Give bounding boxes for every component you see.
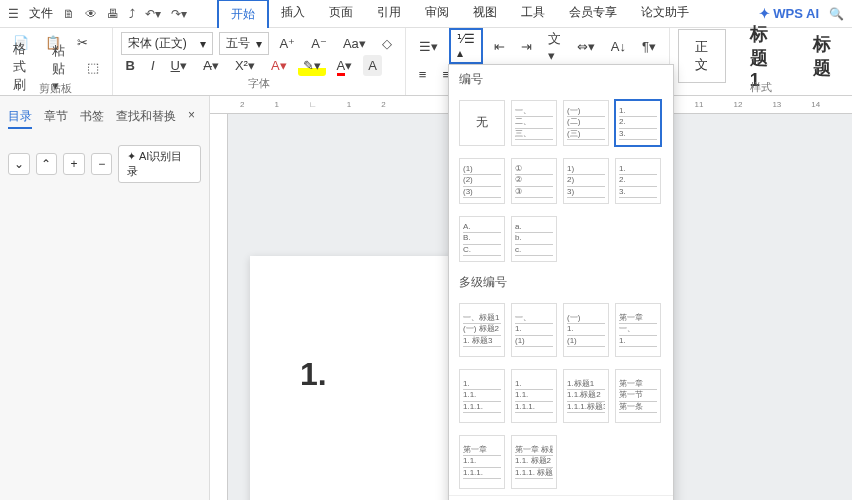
numbering-none[interactable]: 无 bbox=[459, 100, 505, 146]
numbering-decimal[interactable]: 1.2.3. bbox=[615, 100, 661, 146]
italic-button[interactable]: I bbox=[146, 55, 160, 76]
superscript-button[interactable]: X²▾ bbox=[230, 55, 260, 76]
style-heading[interactable]: 标题 bbox=[801, 24, 844, 88]
print-icon[interactable]: 🖶 bbox=[107, 7, 119, 21]
increase-font-icon[interactable]: A⁺ bbox=[275, 33, 301, 54]
bullet-list-button[interactable]: ☰▾ bbox=[414, 36, 443, 57]
change-level-menu[interactable]: ⇄ 更改编号级别(E) › bbox=[449, 496, 673, 500]
multilevel-7[interactable]: 1.标题11.1.标题21.1.1.标题3 bbox=[563, 369, 609, 423]
sidebar-close-icon[interactable]: × bbox=[188, 108, 195, 129]
sidebar-tab-find[interactable]: 查找和替换 bbox=[116, 108, 176, 129]
clipboard-group: 📄 📋 ✂ 格式刷 粘贴▾ ⬚ 剪贴板 bbox=[0, 28, 113, 95]
save-icon[interactable]: 🗎 bbox=[63, 7, 75, 21]
multilevel-1[interactable]: 一、标题1(一) 标题21. 标题3 bbox=[459, 303, 505, 357]
style-group: 正文 标题 1 标题 样式 bbox=[670, 28, 852, 95]
sidebar-tab-bookmark[interactable]: 书签 bbox=[80, 108, 104, 129]
ribbon: 📄 📋 ✂ 格式刷 粘贴▾ ⬚ 剪贴板 宋体 (正文)▾ 五号▾ A⁺ A⁻ A… bbox=[0, 28, 852, 96]
numbering-paren[interactable]: (1)(2)(3) bbox=[459, 158, 505, 204]
vertical-ruler[interactable] bbox=[210, 114, 228, 500]
tab-reference[interactable]: 引用 bbox=[365, 0, 413, 28]
char-shading-button[interactable]: A bbox=[363, 55, 382, 76]
numbering-decimal-wide[interactable]: 1.2.3. bbox=[615, 158, 661, 204]
tab-tools[interactable]: 工具 bbox=[509, 0, 557, 28]
bold-button[interactable]: B bbox=[121, 55, 140, 76]
show-marks-button[interactable]: ¶▾ bbox=[637, 36, 661, 57]
font-name-select[interactable]: 宋体 (正文)▾ bbox=[121, 32, 213, 55]
remove-button[interactable]: − bbox=[91, 153, 113, 175]
ai-toc-button[interactable]: ✦ AI识别目录 bbox=[118, 145, 201, 183]
numbering-lower-alpha[interactable]: a.b.c. bbox=[511, 216, 557, 262]
workspace: 目录 章节 书签 查找和替换 × ⌄ ⌃ + − ✦ AI识别目录 21∟12 … bbox=[0, 96, 852, 500]
clear-format-icon[interactable]: ◇ bbox=[377, 33, 397, 54]
style-body[interactable]: 正文 bbox=[678, 29, 726, 83]
underline-button[interactable]: U▾ bbox=[166, 55, 192, 76]
align-distribute-button[interactable]: ⇔▾ bbox=[572, 36, 600, 57]
tab-start[interactable]: 开始 bbox=[217, 0, 269, 28]
redo-icon[interactable]: ↷▾ bbox=[171, 7, 187, 21]
multilevel-5[interactable]: 1.1.1.1.1.1. bbox=[459, 369, 505, 423]
multilevel-8[interactable]: 第一章第一节第一条 bbox=[615, 369, 661, 423]
sort-button[interactable]: A↓ bbox=[606, 36, 631, 57]
change-case-icon[interactable]: Aa▾ bbox=[338, 33, 371, 54]
multilevel-4[interactable]: 第一章一、1. bbox=[615, 303, 661, 357]
sidebar-tab-toc[interactable]: 目录 bbox=[8, 108, 32, 129]
undo-icon[interactable]: ↶▾ bbox=[145, 7, 161, 21]
clipboard-launcher-icon[interactable]: ⬚ bbox=[82, 57, 104, 78]
multilevel-10[interactable]: 第一章 标题1.1. 标题21.1.1. 标题3 bbox=[511, 435, 557, 489]
navigation-sidebar: 目录 章节 书签 查找和替换 × ⌄ ⌃ + − ✦ AI识别目录 bbox=[0, 96, 210, 500]
numbering-chinese-paren[interactable]: (一)(二)(三) bbox=[563, 100, 609, 146]
print-preview-icon[interactable]: 👁 bbox=[85, 7, 97, 21]
numbering-right-paren[interactable]: 1)2)3) bbox=[563, 158, 609, 204]
multilevel-9[interactable]: 第一章1.1.1.1.1. bbox=[459, 435, 505, 489]
ribbon-tabs: 开始 插入 页面 引用 审阅 视图 工具 会员专享 论文助手 bbox=[217, 0, 701, 28]
font-group: 宋体 (正文)▾ 五号▾ A⁺ A⁻ Aa▾ ◇ B I U▾ A̶▾ X²▾ … bbox=[113, 28, 406, 95]
highlight-button[interactable]: ✎▾ bbox=[298, 55, 326, 76]
search-icon[interactable]: 🔍 bbox=[829, 7, 844, 21]
text-effect-button[interactable]: A▾ bbox=[266, 55, 292, 76]
numbered-list-button[interactable]: ⅟☰ ▴ bbox=[449, 28, 483, 64]
tab-view[interactable]: 视图 bbox=[461, 0, 509, 28]
multilevel-section-title: 多级编号 bbox=[449, 268, 673, 297]
multilevel-6[interactable]: 1.1.1.1.1.1. bbox=[511, 369, 557, 423]
multilevel-2[interactable]: 一、1.(1) bbox=[511, 303, 557, 357]
add-button[interactable]: + bbox=[63, 153, 85, 175]
style-label: 样式 bbox=[678, 80, 844, 97]
outdent-button[interactable]: ⇤ bbox=[489, 36, 510, 57]
tab-page[interactable]: 页面 bbox=[317, 0, 365, 28]
tab-thesis[interactable]: 论文助手 bbox=[629, 0, 701, 28]
numbering-circled[interactable]: ①②③ bbox=[511, 158, 557, 204]
align-left-button[interactable]: ≡ bbox=[414, 64, 432, 85]
top-menu-bar: ☰ 文件 🗎 👁 🖶 ⤴ ↶▾ ↷▾ 开始 插入 页面 引用 审阅 视图 工具 … bbox=[0, 0, 852, 28]
export-icon[interactable]: ⤴ bbox=[129, 7, 135, 21]
numbering-section-title: 编号 bbox=[449, 65, 673, 94]
numbering-dropdown: 编号 无 一、二、三、 (一)(二)(三) 1.2.3. (1)(2)(3) ①… bbox=[448, 64, 674, 500]
tab-member[interactable]: 会员专享 bbox=[557, 0, 629, 28]
decrease-font-icon[interactable]: A⁻ bbox=[306, 33, 332, 54]
collapse-button[interactable]: ⌃ bbox=[36, 153, 58, 175]
hamburger-icon[interactable]: ☰ bbox=[8, 7, 19, 21]
file-menu[interactable]: 文件 bbox=[29, 5, 53, 22]
tab-insert[interactable]: 插入 bbox=[269, 0, 317, 28]
expand-button[interactable]: ⌄ bbox=[8, 153, 30, 175]
multilevel-3[interactable]: (一)1.(1) bbox=[563, 303, 609, 357]
numbering-upper-alpha[interactable]: A.B.C. bbox=[459, 216, 505, 262]
tab-review[interactable]: 审阅 bbox=[413, 0, 461, 28]
font-color-button[interactable]: A▾ bbox=[332, 55, 358, 76]
sidebar-tab-chapter[interactable]: 章节 bbox=[44, 108, 68, 129]
numbering-chinese[interactable]: 一、二、三、 bbox=[511, 100, 557, 146]
indent-button[interactable]: ⇥ bbox=[516, 36, 537, 57]
font-label: 字体 bbox=[121, 76, 397, 93]
font-size-select[interactable]: 五号▾ bbox=[219, 32, 269, 55]
strikethrough-button[interactable]: A̶▾ bbox=[198, 55, 224, 76]
